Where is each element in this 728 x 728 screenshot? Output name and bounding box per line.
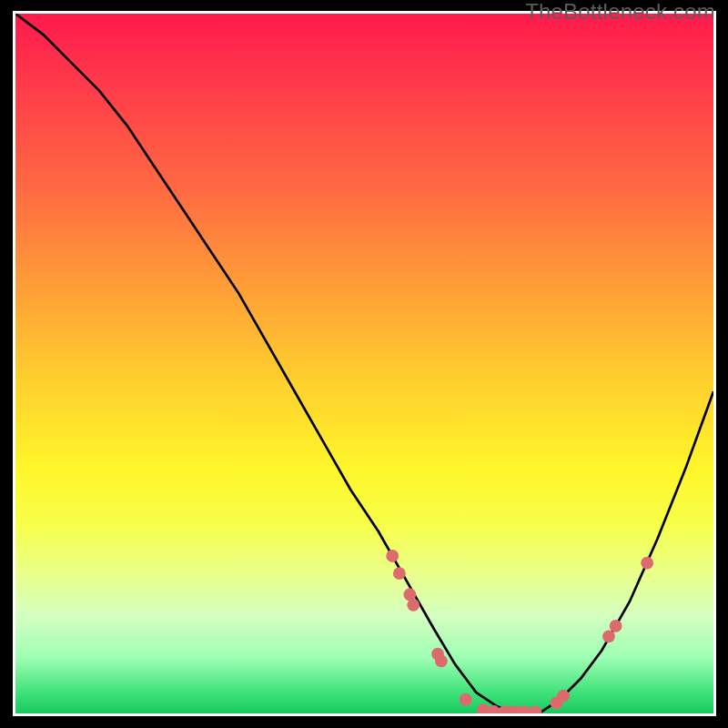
attribution-label: TheBottleneck.com (525, 0, 715, 25)
data-marker (602, 630, 615, 642)
data-marker (407, 599, 420, 612)
data-marker (435, 654, 448, 667)
chart-overlay (15, 14, 713, 713)
data-marker (557, 690, 570, 703)
data-marker (460, 693, 472, 706)
marker-layer (386, 550, 653, 713)
bottleneck-curve (15, 14, 713, 713)
data-marker (386, 550, 399, 562)
data-marker (641, 557, 653, 570)
data-marker (393, 567, 406, 580)
data-marker (610, 620, 622, 632)
data-marker (530, 706, 542, 713)
